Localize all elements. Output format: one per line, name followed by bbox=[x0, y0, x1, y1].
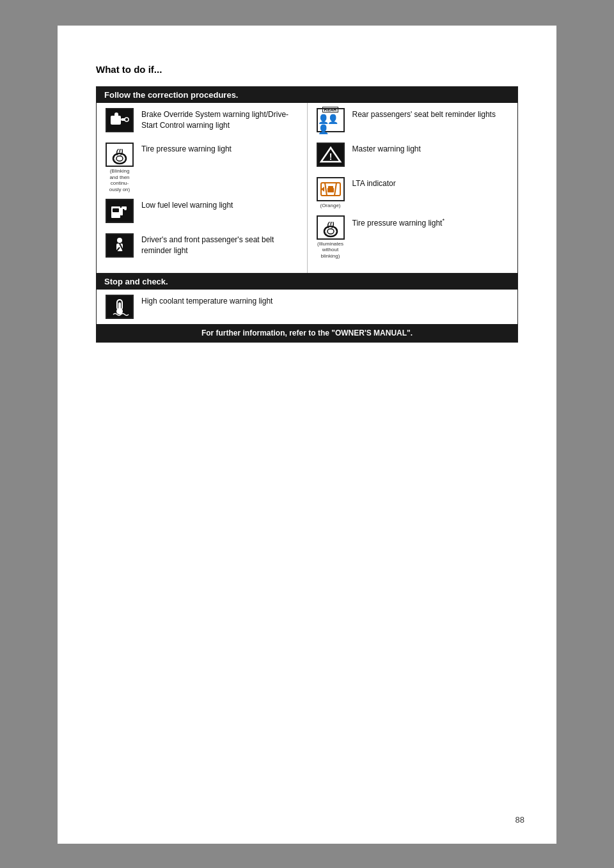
footer-bar: For further information, refer to the "O… bbox=[97, 324, 517, 342]
master-warning-text: Master warning light bbox=[352, 143, 421, 155]
lta-text: LTA indicator bbox=[352, 177, 396, 189]
correction-header: Follow the correction procedures. bbox=[97, 87, 517, 103]
coolant-icon-cell bbox=[103, 295, 136, 319]
stop-body: High coolant temperature warning light bbox=[97, 290, 517, 324]
tire-blink-icon: (!) ↓ bbox=[106, 143, 134, 167]
master-warning-icon: ! bbox=[317, 143, 345, 167]
page-number: 88 bbox=[516, 815, 524, 825]
list-item: (!) ↓ (Blinkingand thencontinu-ously on)… bbox=[103, 143, 301, 192]
rear-seatbelt-icon-cell: REAR 👤👤👤 bbox=[314, 108, 347, 132]
list-item: (!) ↓ (Illuminateswithoutblinking) Tire … bbox=[314, 215, 512, 260]
belt-icon bbox=[106, 233, 134, 258]
tire-blink-text: Tire pressure warning light bbox=[141, 143, 232, 155]
rear-seatbelt-text: Rear passengers' seat belt reminder ligh… bbox=[352, 108, 496, 120]
correction-left-col: Brake Override System warning light/Driv… bbox=[97, 103, 307, 273]
page: What to do if... Follow the correction p… bbox=[58, 26, 556, 844]
svg-line-21 bbox=[335, 183, 336, 196]
svg-point-3 bbox=[125, 118, 129, 121]
belt-icon-cell bbox=[103, 233, 136, 258]
svg-rect-23 bbox=[328, 186, 333, 189]
list-item: REAR 👤👤👤 Rear passengers' seat belt remi… bbox=[314, 108, 512, 136]
list-item: Brake Override System warning light/Driv… bbox=[103, 108, 301, 136]
rear-seatbelt-icon: REAR 👤👤👤 bbox=[317, 108, 345, 132]
brake-text: Brake Override System warning light/Driv… bbox=[141, 108, 301, 131]
tire-illuminates-text: Tire pressure warning light* bbox=[352, 215, 445, 229]
page-title: What to do if... bbox=[96, 64, 518, 75]
main-content-box: Follow the correction procedures. bbox=[96, 86, 518, 343]
svg-point-12 bbox=[124, 208, 127, 210]
stop-header: Stop and check. bbox=[97, 274, 517, 290]
fuel-icon bbox=[106, 199, 134, 223]
tire-blink-sub: (Blinkingand thencontinu-ously on) bbox=[109, 168, 130, 192]
svg-rect-31 bbox=[118, 302, 121, 310]
stop-section: Stop and check. High coolant bbox=[97, 273, 517, 324]
svg-line-20 bbox=[325, 183, 327, 196]
svg-text:(!): (!) bbox=[327, 221, 334, 228]
svg-point-26 bbox=[327, 229, 334, 234]
svg-text:(!): (!) bbox=[116, 148, 123, 155]
belt-text: Driver's and front passenger's seat belt… bbox=[141, 233, 301, 256]
tire-illuminates-icon: (!) ↓ bbox=[317, 215, 345, 240]
coolant-icon bbox=[106, 295, 134, 319]
rear-label: REAR bbox=[322, 107, 339, 112]
correction-right-col: REAR 👤👤👤 Rear passengers' seat belt remi… bbox=[307, 103, 518, 273]
list-item: (Orange) LTA indicator bbox=[314, 177, 512, 209]
svg-text:↓: ↓ bbox=[325, 231, 327, 235]
brake-icon bbox=[106, 108, 134, 132]
svg-rect-9 bbox=[113, 208, 119, 212]
tire-illuminates-icon-cell: (!) ↓ (Illuminateswithoutblinking) bbox=[314, 215, 347, 260]
master-icon-cell: ! bbox=[314, 143, 347, 167]
svg-point-5 bbox=[116, 156, 123, 161]
svg-point-13 bbox=[117, 238, 122, 243]
list-item: ! Master warning light bbox=[314, 143, 512, 171]
svg-rect-1 bbox=[114, 112, 118, 118]
lta-sub: (Orange) bbox=[320, 203, 340, 209]
svg-text:↓: ↓ bbox=[114, 158, 116, 162]
lta-icon bbox=[317, 177, 345, 201]
correction-body: Brake Override System warning light/Driv… bbox=[97, 103, 517, 273]
list-item: Driver's and front passenger's seat belt… bbox=[103, 233, 301, 261]
tire-illuminates-sub: (Illuminateswithoutblinking) bbox=[317, 241, 343, 260]
brake-icon-cell bbox=[103, 108, 136, 132]
fuel-icon-cell bbox=[103, 199, 136, 223]
rear-figures: 👤👤👤 bbox=[318, 114, 343, 134]
list-item: Low fuel level warning light bbox=[103, 199, 301, 227]
tire-blink-icon-cell: (!) ↓ (Blinkingand thencontinu-ously on) bbox=[103, 143, 136, 192]
lta-icon-cell: (Orange) bbox=[314, 177, 347, 209]
coolant-text: High coolant temperature warning light bbox=[141, 295, 272, 307]
fuel-text: Low fuel level warning light bbox=[141, 199, 233, 211]
svg-text:!: ! bbox=[329, 151, 332, 162]
